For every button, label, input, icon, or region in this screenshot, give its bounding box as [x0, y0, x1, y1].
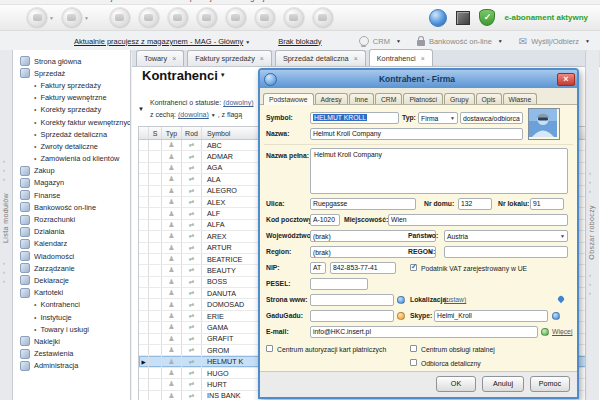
toolbar-tool-icon[interactable] — [225, 7, 247, 29]
dialog-tab[interactable]: Opis — [476, 93, 502, 104]
toolbar-tool-icon[interactable] — [283, 7, 305, 29]
workspace-collapsed-panel[interactable]: › › › Obszar roboczy › › › — [585, 50, 599, 400]
toolbar-tool[interactable]: ▼ — [225, 7, 247, 29]
dialog-tab[interactable]: Adresy — [315, 93, 348, 104]
street-input[interactable]: Ruepgasse — [310, 198, 416, 210]
ok-button[interactable]: OK — [436, 376, 476, 392]
unit-no-input[interactable]: 91 — [530, 198, 564, 210]
toolbar-tool-icon[interactable] — [312, 7, 334, 29]
menu-item[interactable]: Nawigacja — [232, 0, 269, 2]
sidebar-item[interactable]: • Sprzedaż detaliczna — [13, 128, 130, 140]
name-input[interactable]: Helmut Kroll Company — [310, 128, 523, 140]
sidebar-item[interactable]: • Sprzedaż — [13, 67, 130, 79]
filter-status-link[interactable]: (dowolny) — [223, 99, 253, 106]
sidebar-item[interactable]: • Rozrachunki — [13, 213, 130, 225]
toolbar-tool[interactable]: ▼ — [26, 7, 54, 29]
skype-icon[interactable] — [552, 312, 560, 320]
menu-item[interactable]: Podmiot — [8, 0, 37, 2]
country-select[interactable]: Austria▼ — [444, 230, 568, 242]
menu-item[interactable]: Pomoc — [285, 0, 310, 2]
toolbar-tool[interactable]: ▼ — [254, 7, 276, 29]
nip-prefix-input[interactable]: AT — [310, 262, 326, 274]
sidebar-item[interactable]: • Kartoteki — [13, 287, 130, 299]
close-icon[interactable]: × — [354, 55, 358, 62]
document-tab[interactable]: Kontrahenci × — [369, 49, 433, 66]
type-select[interactable]: Firma▼ — [418, 112, 458, 124]
toolbar-tool[interactable]: ▼ — [61, 7, 89, 29]
menu-item[interactable]: Kontrahent — [129, 0, 168, 2]
close-icon[interactable]: × — [421, 55, 425, 62]
pesel-input[interactable] — [310, 278, 368, 290]
sidebar-item[interactable]: • Działania — [13, 226, 130, 238]
sidebar-item[interactable]: • Finanse — [13, 189, 130, 201]
column-header-s[interactable]: S — [149, 127, 162, 139]
filter-attr-link[interactable]: (dowolna) — [178, 111, 209, 118]
help-button[interactable]: Pomoc — [530, 376, 570, 392]
sidebar-item[interactable]: • Korekty sprzedaży — [13, 104, 130, 116]
send-receive-menu[interactable]: ✉Wyślij/Odbierz▼ — [519, 36, 590, 47]
menu-item[interactable]: Dodaj — [92, 0, 113, 2]
vat-ue-checkbox[interactable] — [410, 264, 417, 271]
sidebar-item[interactable]: • Korekty faktur wewnętrznych — [13, 116, 130, 128]
sidebar-item[interactable]: • Kalendarz — [13, 238, 130, 250]
sidebar-item[interactable]: • Wiadomości — [13, 250, 130, 262]
city-input[interactable]: Wien — [388, 214, 568, 226]
menu-item[interactable]: Widok — [53, 0, 75, 2]
sidebar-item[interactable]: • Magazyn — [13, 177, 130, 189]
toolbar-tool[interactable]: ▼ — [283, 7, 305, 29]
dialog-tab[interactable]: Własne — [503, 93, 538, 104]
sidebar-item[interactable]: • Naklejki — [13, 335, 130, 347]
location-set-link[interactable]: (ustaw) — [444, 294, 466, 306]
email-send-icon[interactable] — [541, 328, 549, 336]
sidebar-item[interactable]: • Towary i usługi — [13, 323, 130, 335]
dialog-tab[interactable]: Płatności — [403, 93, 443, 104]
page-title[interactable]: Kontrahenci▼ — [142, 68, 226, 83]
column-header-typ[interactable]: Typ — [162, 127, 182, 139]
document-tab[interactable]: Towary × — [136, 50, 184, 66]
toolbar-tool-icon[interactable] — [109, 7, 131, 29]
sidebar-item[interactable]: • Zarządzanie — [13, 262, 130, 274]
toolbar-tool-icon[interactable] — [196, 7, 218, 29]
sidebar-item[interactable]: • Administracja — [13, 360, 130, 372]
gadugadu-input[interactable] — [310, 310, 394, 322]
more-link[interactable]: Więcej — [552, 326, 572, 338]
toolbar-tool[interactable]: ▼ — [312, 7, 334, 29]
sidebar-item[interactable]: • Deklaracje — [13, 274, 130, 286]
role-select[interactable]: dostawca/odbiorca▼ — [460, 112, 523, 124]
symbol-input[interactable]: HELMUT KROLL — [310, 112, 399, 124]
toolbar-tool-icon[interactable] — [254, 7, 276, 29]
toolbar-tool-icon[interactable] — [61, 7, 83, 29]
modules-collapsed-panel[interactable]: › › › Lista modułów › › › — [0, 50, 13, 400]
globe-icon[interactable] — [429, 9, 447, 27]
house-no-input[interactable]: 132 — [458, 198, 492, 210]
sidebar-item[interactable]: • Zamówienia od klientów — [13, 153, 130, 165]
close-icon[interactable]: × — [260, 55, 264, 62]
sidebar-item[interactable]: • Strona główna — [13, 55, 130, 67]
dialog-tab[interactable]: CRM — [375, 93, 402, 104]
card-center-checkbox[interactable] — [266, 345, 273, 352]
banking-menu[interactable]: Bankowość on-line▼ — [417, 37, 503, 46]
sidebar-item[interactable]: • Instytucje — [13, 311, 130, 323]
sidebar-item[interactable]: • Faktury sprzedaży — [13, 79, 130, 91]
document-tab[interactable]: Faktury sprzedaży × — [187, 50, 272, 66]
dialog-tab[interactable]: Inne — [349, 93, 374, 104]
map-pin-icon[interactable] — [557, 295, 565, 303]
dialog-tab[interactable]: Grupy — [444, 93, 475, 104]
installment-checkbox[interactable] — [410, 345, 417, 352]
toolbar-tool[interactable]: ▼ — [109, 7, 131, 29]
sidebar-item[interactable]: • Zwroty detaliczne — [13, 140, 130, 152]
caret-icon[interactable]: ▼ — [49, 15, 54, 21]
close-icon[interactable]: × — [557, 73, 575, 86]
skype-input[interactable]: Helmi_Kroll — [434, 310, 548, 322]
website-input[interactable] — [310, 294, 394, 306]
column-header-rod[interactable]: Rod — [182, 127, 202, 139]
sidebar-item[interactable]: • Faktury wewnętrzne — [13, 92, 130, 104]
sidebar-item[interactable]: • Kontrahenci — [13, 299, 130, 311]
dialog-titlebar[interactable]: Kontrahent - Firma × — [260, 70, 577, 88]
toolbar-tool-icon[interactable] — [26, 7, 48, 29]
retail-checkbox[interactable] — [410, 359, 417, 366]
toolbar-tool-icon[interactable] — [138, 7, 160, 29]
cube-icon[interactable] — [456, 11, 470, 25]
document-tab[interactable]: Sprzedaż detaliczna × — [275, 50, 366, 66]
toolbar-tool[interactable]: ▼ — [167, 7, 189, 29]
